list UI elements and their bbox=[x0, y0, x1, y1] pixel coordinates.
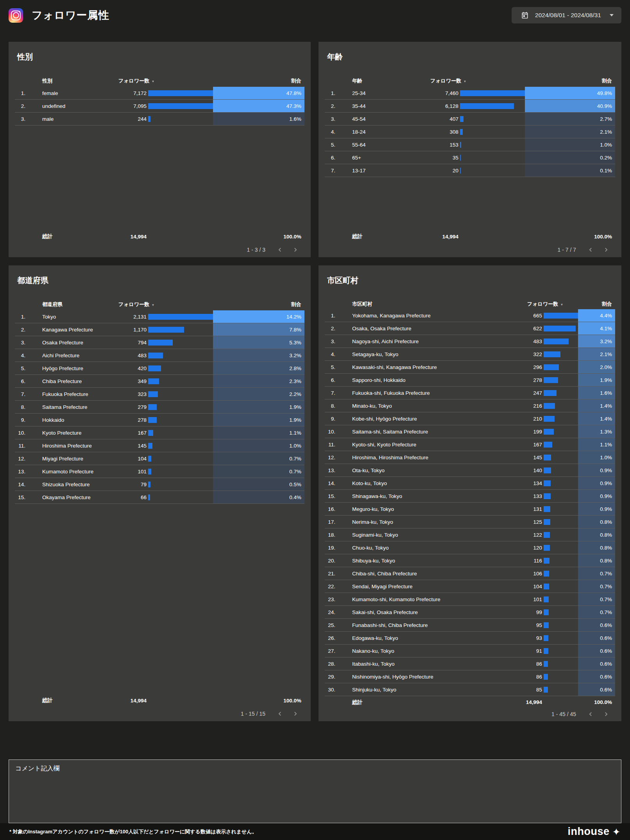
row-ratio-cell: 0.8% bbox=[578, 516, 615, 528]
column-header-followers[interactable]: フォロワー数 ▾ bbox=[507, 301, 578, 308]
row-ratio: 14.2% bbox=[286, 314, 301, 320]
table-row: 27.Nakano-ku, Tokyo910.6% bbox=[325, 645, 615, 657]
row-ratio: 2.2% bbox=[289, 391, 301, 397]
row-ratio: 1.9% bbox=[289, 417, 301, 423]
row-rank: 4. bbox=[15, 353, 30, 358]
count-bar bbox=[148, 327, 184, 333]
row-count: 99 bbox=[507, 609, 542, 615]
table-row: 3.Nagoya-shi, Aichi Prefecture4833.2% bbox=[325, 335, 615, 348]
row-label: Edogawa-ku, Tokyo bbox=[340, 635, 507, 641]
comment-input[interactable]: コメント記入欄 bbox=[9, 759, 621, 823]
row-ratio: 0.6% bbox=[600, 674, 612, 680]
card-city: 市区町村 市区町村 フォロワー数 ▾ 割合 1.Yokohama, Kanaga… bbox=[319, 265, 621, 721]
row-count: 145 bbox=[507, 455, 542, 460]
row-rank: 13. bbox=[325, 467, 340, 473]
row-label: Tokyo bbox=[30, 314, 111, 320]
row-ratio: 2.3% bbox=[289, 378, 301, 384]
row-label: Sakai-shi, Osaka Prefecture bbox=[340, 609, 507, 615]
column-header-followers[interactable]: フォロワー数 ▾ bbox=[423, 77, 525, 84]
next-page-button[interactable] bbox=[601, 245, 611, 254]
table-row: 14.Koto-ku, Tokyo1340.9% bbox=[325, 477, 615, 490]
row-ratio-cell: 2.1% bbox=[525, 125, 615, 138]
count-bar bbox=[460, 155, 461, 161]
table-body: 1.Yokohama, Kanagawa Prefecture6654.4%2.… bbox=[325, 309, 615, 696]
row-rank: 27. bbox=[325, 648, 340, 654]
next-page-button[interactable] bbox=[290, 245, 301, 254]
page-header: フォロワー属性 2024/08/01 - 2024/08/31 bbox=[0, 0, 630, 30]
date-range-picker[interactable]: 2024/08/01 - 2024/08/31 bbox=[512, 7, 621, 23]
next-page-button[interactable] bbox=[290, 709, 301, 718]
row-ratio-cell: 0.8% bbox=[578, 541, 615, 554]
row-ratio-cell: 1.4% bbox=[578, 412, 615, 425]
count-bar bbox=[148, 353, 163, 358]
row-ratio: 40.9% bbox=[597, 103, 612, 109]
row-count: 91 bbox=[507, 648, 542, 654]
table-row: 8.Minato-ku, Tokyo2161.4% bbox=[325, 399, 615, 412]
row-count: 2,131 bbox=[111, 314, 147, 320]
table-row: 14.Shizuoka Prefecture790.5% bbox=[15, 478, 304, 491]
row-count: 483 bbox=[507, 339, 542, 344]
table-row: 1.Tokyo2,13114.2% bbox=[15, 310, 304, 323]
count-bar bbox=[544, 661, 548, 667]
row-ratio-cell: 0.9% bbox=[578, 464, 615, 476]
count-bar bbox=[544, 313, 578, 319]
row-label: 18-24 bbox=[340, 129, 423, 135]
count-bar bbox=[148, 391, 158, 397]
row-ratio: 0.7% bbox=[289, 469, 301, 475]
count-bar bbox=[544, 351, 560, 357]
count-bar bbox=[148, 404, 157, 410]
row-ratio: 0.6% bbox=[600, 687, 612, 693]
total-label: 総計 bbox=[340, 233, 423, 240]
row-ratio-cell: 4.4% bbox=[578, 309, 615, 322]
row-rank: 14. bbox=[325, 480, 340, 486]
row-ratio: 0.5% bbox=[289, 482, 301, 487]
row-count: 665 bbox=[507, 313, 542, 319]
row-ratio: 1.0% bbox=[600, 142, 612, 148]
table-row: 19.Chuo-ku, Tokyo1200.8% bbox=[325, 541, 615, 554]
row-rank: 1. bbox=[15, 314, 30, 320]
row-label: Setagaya-ku, Tokyo bbox=[340, 351, 507, 357]
row-count: 247 bbox=[507, 390, 542, 396]
table-row: 23.Kumamoto-shi, Kumamoto Prefecture1010… bbox=[325, 593, 615, 606]
next-page-button[interactable] bbox=[601, 709, 611, 719]
row-rank: 1. bbox=[325, 90, 340, 96]
row-ratio-cell: 1.6% bbox=[578, 387, 615, 399]
count-bar bbox=[544, 390, 557, 396]
row-count: 125 bbox=[507, 519, 542, 525]
total-row: 総計 14,994 100.0% bbox=[325, 696, 615, 708]
row-ratio: 1.3% bbox=[600, 429, 612, 435]
column-header-followers[interactable]: フォロワー数 ▾ bbox=[111, 77, 213, 84]
row-ratio: 1.9% bbox=[289, 404, 301, 410]
row-rank: 29. bbox=[325, 674, 340, 680]
row-count: 35 bbox=[423, 155, 458, 161]
pagination-range: 1 - 3 / 3 bbox=[247, 247, 265, 253]
prev-page-button[interactable] bbox=[585, 245, 596, 254]
row-label: Shinjuku-ku, Tokyo bbox=[340, 687, 507, 693]
prev-page-button[interactable] bbox=[275, 709, 285, 718]
row-rank: 17. bbox=[325, 519, 340, 525]
row-label: Chiba-shi, Chiba Prefecture bbox=[340, 571, 507, 577]
row-count: 93 bbox=[507, 635, 542, 641]
row-ratio: 5.3% bbox=[289, 340, 301, 346]
total-label: 総計 bbox=[340, 699, 507, 706]
column-header-dimension: 年齢 bbox=[340, 77, 423, 84]
prev-page-button[interactable] bbox=[585, 709, 596, 719]
row-rank: 6. bbox=[325, 377, 340, 383]
row-count: 133 bbox=[507, 493, 542, 499]
total-label: 総計 bbox=[30, 233, 111, 240]
count-bar bbox=[148, 340, 173, 346]
table-row: 1.25-347,46049.8% bbox=[325, 87, 615, 100]
date-range-value: 2024/08/01 - 2024/08/31 bbox=[535, 12, 601, 19]
count-bar bbox=[544, 377, 558, 383]
row-rank: 19. bbox=[325, 545, 340, 551]
row-ratio-cell: 1.1% bbox=[578, 438, 615, 451]
column-header-followers[interactable]: フォロワー数 ▾ bbox=[111, 301, 213, 308]
row-rank: 10. bbox=[15, 430, 30, 436]
row-ratio: 4.4% bbox=[600, 313, 612, 319]
prev-page-button[interactable] bbox=[275, 245, 285, 254]
row-ratio: 3.2% bbox=[600, 339, 612, 344]
count-bar bbox=[148, 469, 151, 475]
row-ratio-cell: 0.7% bbox=[213, 465, 304, 478]
row-rank: 5. bbox=[325, 364, 340, 370]
row-count: 95 bbox=[507, 622, 542, 628]
